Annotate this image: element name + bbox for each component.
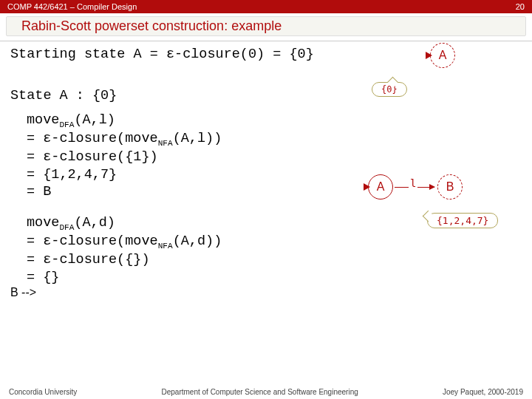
move-d-line3: = ε-closure({})	[27, 251, 522, 269]
callout-b: {1,2,4,7}	[427, 213, 498, 228]
footer-right: Joey Paquet, 2000-2019	[443, 388, 523, 396]
footer: Concordia University Department of Compu…	[0, 388, 532, 396]
state-a-top: A	[430, 43, 455, 68]
move-l-line1: moveDFA(A,l)	[27, 112, 522, 130]
page-number: 20	[516, 2, 525, 11]
state-a-line: State A : {0}	[10, 87, 522, 105]
callout-top: {0}	[372, 82, 407, 97]
content-area: Starting state A = ε-closure(0) = {0} St…	[0, 41, 532, 304]
state-a-lower: A	[368, 174, 393, 200]
course-code: COMP 442/6421 – Compiler Design	[7, 2, 137, 11]
footer-left: Concordia University	[9, 388, 77, 396]
move-l-line3: = ε-closure({1})	[27, 149, 522, 166]
footer-center: Department of Computer Science and Softw…	[162, 388, 358, 396]
move-d-line4: = {}	[27, 269, 522, 287]
move-d-line2: = ε-closure(moveNFA(A,d))	[27, 233, 522, 251]
edge-label-l: l	[409, 177, 417, 189]
state-b: B	[437, 174, 463, 200]
header-bar: COMP 442/6421 – Compiler Design 20	[0, 0, 532, 13]
move-l-line2: = ε-closure(moveNFA(A,l))	[27, 130, 522, 149]
slide-title: Rabin-Scott powerset construction: examp…	[6, 16, 526, 36]
title-region: Rabin-Scott powerset construction: examp…	[0, 13, 532, 41]
